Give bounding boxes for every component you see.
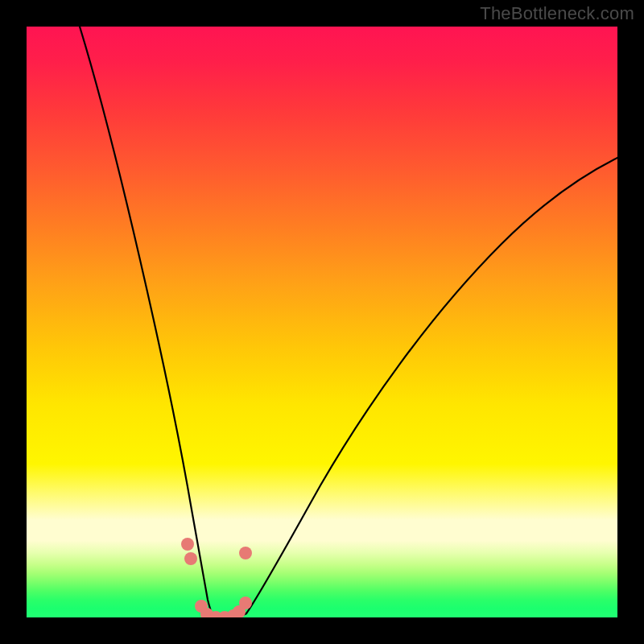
curve-left-branch <box>80 27 213 617</box>
data-marker <box>239 597 252 609</box>
chart-frame: TheBottleneck.com <box>0 0 644 644</box>
curve-right-branch <box>246 158 617 613</box>
data-marker <box>239 547 252 559</box>
data-marker <box>184 552 197 565</box>
watermark-text: TheBottleneck.com <box>480 3 634 24</box>
curve-layer <box>27 27 617 617</box>
data-marker <box>181 538 194 551</box>
